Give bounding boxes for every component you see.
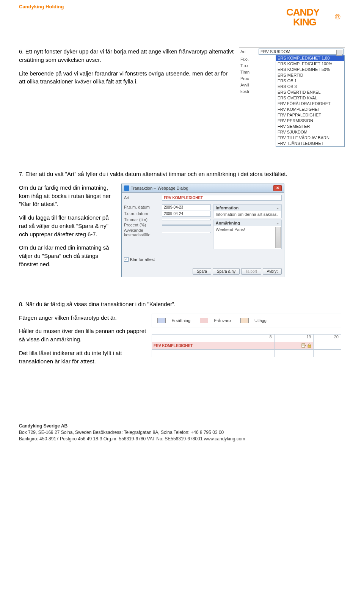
side-label: Timn — [240, 69, 256, 75]
dropdown-option[interactable]: FRV SEMESTER — [276, 124, 344, 129]
to-date-label: T.o.m. datum — [124, 211, 162, 216]
step7-p2: Om du är färdig med din inmatning, kom i… — [19, 184, 118, 208]
side-label: Proc — [240, 75, 256, 82]
svg-text:®: ® — [335, 13, 340, 21]
color-legend: = Ersättning = Frånvaro = Utlägg — [152, 314, 341, 327]
entry-label: FRV KOMPLEDIGHET — [154, 344, 193, 348]
svg-rect-4 — [308, 345, 311, 347]
dialog-title: Transaktion -- Webpage Dialog — [131, 186, 188, 190]
note-panel-title: Anmärkning — [216, 221, 240, 225]
dropdown-option[interactable]: ERS KOMPLEDIGHET 50% — [276, 67, 344, 72]
note-icon — [301, 343, 306, 348]
art-label: Art — [124, 195, 158, 200]
dropdown-option[interactable]: ERS KOMPLEDIGHET 100% — [276, 61, 344, 67]
page-footer: Candyking Sverige AB Box 729, SE-169 27 … — [19, 423, 345, 442]
footer-company: Candyking Sverige AB — [19, 423, 345, 429]
dropdown-option[interactable]: FRV PERMISSION — [276, 118, 344, 124]
calendar-grid: 8 19 20 FRV KOMPLEDIGHET — [152, 334, 341, 357]
calendar-day: 20 — [314, 334, 341, 342]
note-panel: Anmärkning⌄ Weekend Paris! — [213, 220, 282, 249]
step8-p3: Håller du musen över den lilla pennan oc… — [19, 327, 148, 344]
step7-p4: Om du är klar med din inmatning så välje… — [19, 244, 118, 268]
cancel-button[interactable]: Avbryt — [263, 268, 282, 275]
section-step-6: 6. Ett nytt fönster dyker upp där vi får… — [19, 47, 345, 147]
step7-p3: Vill du lägga till fler transaktioner på… — [19, 214, 118, 238]
swatch-ersattning — [157, 318, 166, 323]
step8-p4: Det lilla låset indikerar att du inte fy… — [19, 349, 148, 366]
close-button[interactable]: ✕ — [273, 185, 282, 191]
legend-label: = Ersättning — [168, 318, 190, 323]
transaction-dialog: Transaktion -- Webpage Dialog ✕ Art FRV … — [121, 184, 284, 277]
hours-input[interactable] — [162, 219, 211, 220]
step8-p2: Färgen anger vilken frånvarotyp det är. — [19, 314, 148, 322]
save-and-new-button[interactable]: Spara & ny — [213, 268, 240, 275]
to-date-input[interactable]: 2009-04-24 — [162, 211, 211, 217]
info-panel-text: Information om denna art saknas. — [213, 211, 281, 218]
delete-button[interactable]: Ta bort — [241, 268, 261, 275]
costcenter-label: Avvikande kostnadsställe — [124, 228, 162, 237]
dropdown-option[interactable]: ERS MERTID — [276, 72, 344, 78]
side-label: Fr.o. — [240, 56, 256, 63]
information-panel: Information⌄ Information om denna art sa… — [213, 204, 282, 218]
candyking-logo: CANDY KING ® — [286, 6, 345, 28]
dropdown-option[interactable]: FRV TJÄNSTLEDIGHET — [276, 141, 344, 146]
note-textarea[interactable]: Weekend Paris! — [213, 226, 281, 249]
section-step-8: 8. När du är färdig så visas dina transa… — [19, 300, 345, 366]
checkbox-icon: ✓ — [124, 257, 129, 262]
calendar-day: 19 — [274, 334, 314, 342]
step6-p1: 6. Ett nytt fönster dyker upp där vi får… — [19, 47, 235, 64]
side-label: Avvil — [240, 82, 256, 88]
section-step-7: 7. Efter att du valt "Art" så fyller du … — [19, 170, 345, 277]
chevron-icon[interactable]: ⌄ — [276, 221, 279, 225]
swatch-utlagg — [240, 318, 249, 323]
calendar-entry[interactable] — [275, 342, 314, 349]
costcenter-input[interactable] — [162, 232, 211, 233]
from-date-label: Fr.o.m. datum — [124, 205, 162, 209]
percent-label: Procent (%) — [124, 223, 162, 227]
save-button[interactable]: Spara — [193, 268, 211, 275]
ie-icon — [124, 185, 129, 191]
ready-for-attest-checkbox[interactable]: ✓ Klar för attest — [124, 257, 282, 262]
calendar-entry[interactable]: FRV KOMPLEDIGHET — [152, 342, 274, 349]
step8-p1: 8. När du är färdig så visas dina transa… — [19, 300, 345, 308]
art-dropdown-figure: Art FRV SJUKDOM Fr.o. T.o.r Timn Proc Av… — [239, 47, 345, 147]
dropdown-option[interactable]: FRV TILLF VÅRD AV BARN — [276, 135, 344, 141]
legend-label: = Utlägg — [251, 318, 267, 323]
dropdown-option[interactable]: ERS ÖVERTID KVAL — [276, 95, 344, 101]
svg-rect-3 — [302, 344, 305, 347]
legend-label: = Frånvaro — [210, 318, 231, 323]
dropdown-option[interactable]: ERS OB 3 — [276, 84, 344, 90]
footer-line-2: Bankgiro: 450-8917 Postgiro 456 49 18-3 … — [19, 436, 345, 442]
company-header: Candyking Holding — [19, 4, 64, 9]
from-date-input[interactable]: 2009-04-23 — [162, 204, 211, 210]
dropdown-option[interactable]: FRV PAPPALEDIGHET — [276, 112, 344, 118]
dropdown-option[interactable]: ERS KOMPLEDIGHET 1,00 — [276, 55, 344, 61]
checkbox-label: Klar för attest — [130, 257, 155, 262]
side-label: kostr — [240, 88, 256, 95]
chevron-icon[interactable]: ⌄ — [276, 206, 279, 210]
page-header: Candyking Holding CANDY KING ® — [19, 4, 345, 28]
percent-input[interactable] — [162, 224, 211, 226]
lock-icon — [307, 343, 312, 348]
dropdown-option[interactable]: FRV KOMPLEDIGHET — [276, 107, 344, 112]
info-panel-title: Information — [216, 206, 239, 210]
hours-label: Timmar (tim) — [124, 217, 162, 222]
swatch-franvaro — [200, 318, 208, 323]
dialog-titlebar: Transaktion -- Webpage Dialog ✕ — [122, 184, 284, 193]
dropdown-option[interactable]: FRV FÖRÄLDRALEDIGHET — [276, 101, 344, 107]
calendar-figure: = Ersättning = Frånvaro = Utlägg 8 19 20… — [152, 314, 341, 357]
art-select[interactable]: FRV SJUKDOM — [259, 49, 344, 55]
dropdown-option[interactable]: ERS OB 1 — [276, 78, 344, 84]
svg-text:KING: KING — [293, 16, 316, 28]
side-label: T.o.r — [240, 63, 256, 69]
footer-line-1: Box 729, SE-169 27 Solna, Sweden Besöksa… — [19, 429, 345, 436]
dropdown-option[interactable]: FRV SJUKDOM — [276, 129, 344, 135]
art-label: Art — [240, 49, 259, 54]
calendar-day: 8 — [152, 334, 275, 342]
art-value-field[interactable]: FRV KOMPLEDIGHET — [162, 195, 282, 201]
step6-p2: Lite beroende på vad vi väljer förändrar… — [19, 69, 235, 86]
step7-p1: 7. Efter att du valt "Art" så fyller du … — [19, 170, 345, 178]
dropdown-option[interactable]: ERS ÖVERTID ENKEL — [276, 90, 344, 95]
